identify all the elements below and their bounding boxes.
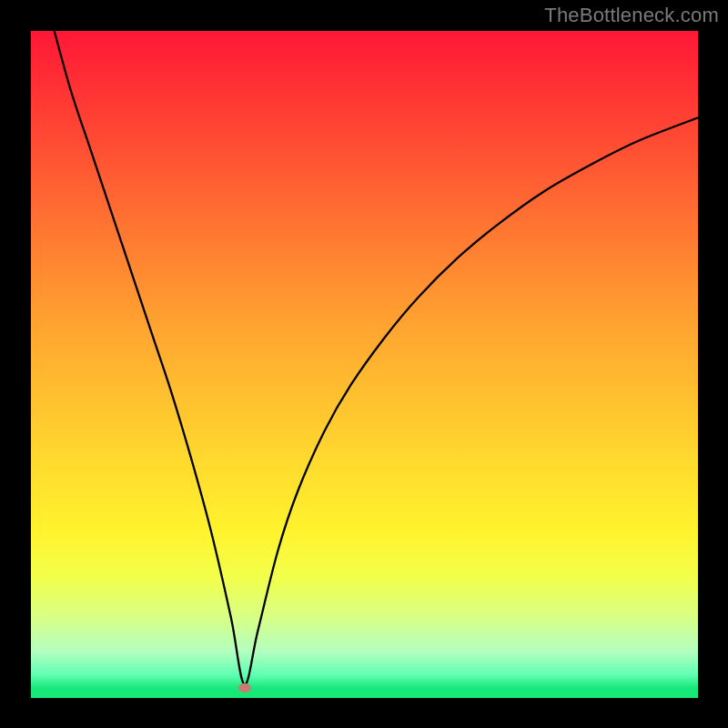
optimal-point-marker xyxy=(238,683,251,693)
watermark-text: TheBottleneck.com xyxy=(544,4,719,27)
bottleneck-curve xyxy=(31,31,698,698)
chart-frame: TheBottleneck.com xyxy=(0,0,728,728)
plot-area xyxy=(31,31,698,698)
